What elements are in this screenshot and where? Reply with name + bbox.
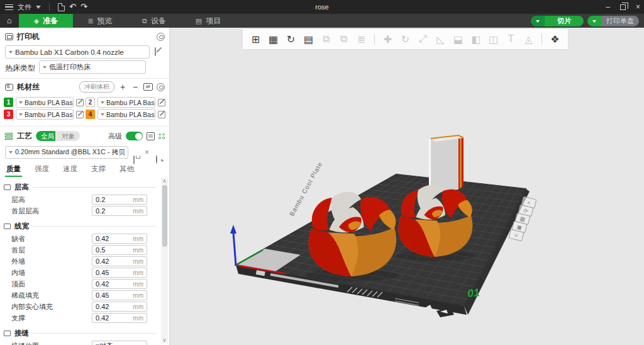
filament-color-swatch[interactable]: 2 [86, 98, 95, 107]
filament-settings-gear-icon[interactable] [157, 83, 165, 91]
home-button[interactable]: ⌂ [0, 14, 19, 28]
add-filament-icon[interactable]: + [118, 82, 127, 91]
param-input[interactable]: 0.2mm [92, 206, 147, 216]
param-group-header: 线宽 [0, 219, 161, 233]
bed-type-label: 热床类型 [5, 63, 35, 74]
filament-edit-icon[interactable] [76, 99, 84, 106]
param-label: 支撑 [11, 314, 25, 323]
printer-name: Bambu Lab X1 Carbon 0.4 nozzle [15, 48, 124, 56]
filament-item-2: 2Bambu PLA Basic [86, 97, 165, 108]
slice-button[interactable]: 切片 [531, 16, 584, 26]
scrollbar-thumb[interactable] [162, 185, 167, 247]
tab-项目[interactable]: ▤项目 [181, 14, 235, 28]
tab-预览[interactable]: ≣预览 [73, 14, 127, 28]
param-unit: mm [133, 247, 143, 254]
process-scope-toggle[interactable]: 全局 对象 [36, 131, 80, 141]
bed-type-select[interactable]: 低温打印热床 [39, 60, 146, 74]
param-list-icon[interactable] [147, 132, 155, 140]
param-label: 顶面 [11, 280, 25, 289]
scroll-up-icon[interactable]: ∧ [161, 178, 168, 184]
print-dropdown-icon[interactable] [587, 16, 601, 26]
param-value: 0.45 [96, 269, 133, 276]
restore-button[interactable] [620, 4, 626, 10]
param-group-icon [4, 223, 11, 229]
param-input[interactable]: 0.5mm [92, 245, 147, 255]
param-label: 层高 [11, 195, 25, 205]
remove-filament-icon[interactable]: − [131, 82, 140, 91]
compare-presets-icon[interactable] [158, 133, 165, 139]
process-tab-其他[interactable]: 其他 [118, 162, 135, 177]
clear-preset-icon[interactable]: × [145, 149, 149, 156]
param-value: 0.42 [96, 280, 133, 288]
param-input[interactable]: 0.42mm [92, 302, 147, 312]
flush-volume-button[interactable]: 冲刷体积 [79, 81, 114, 93]
param-input[interactable]: 0.42mm [92, 234, 147, 244]
printer-edit-icon[interactable] [155, 47, 156, 56]
device-icon: ⧉ [142, 17, 147, 25]
prepare-icon: ◈ [34, 17, 39, 25]
param-group-icon [4, 331, 11, 336]
print-button-label[interactable]: 打印单盘 [601, 16, 639, 26]
scope-object[interactable]: 对象 [55, 131, 80, 141]
param-unit: mm [133, 315, 143, 322]
process-tab-速度[interactable]: 速度 [62, 162, 79, 177]
viewport-3d[interactable]: Bambu Cool Plate 01 ⊞▦↻▤⧉⧉≣✚↻⤢◺⬓◧◫T◬❖ ×⟳… [170, 28, 644, 345]
param-unit: mm [133, 281, 143, 288]
param-group-icon [4, 184, 11, 190]
preset-select[interactable]: 0.20mm Standard @BBL X1C - 拷贝 [5, 146, 128, 159]
tab-设备[interactable]: ⧉设备 [127, 14, 181, 28]
process-tab-强度[interactable]: 强度 [33, 162, 50, 177]
slice-button-label[interactable]: 切片 [545, 16, 584, 26]
process-tab-质量[interactable]: 质量 [5, 162, 22, 177]
param-input[interactable]: 对齐 [92, 341, 147, 345]
minimize-button[interactable]: – [606, 3, 610, 11]
side-panel: 打印机 Bambu Lab X1 Carbon 0.4 nozzle 热床类型 … [0, 28, 170, 345]
scroll-down-icon[interactable]: ∨ [161, 337, 168, 343]
slice-dropdown-icon[interactable] [531, 16, 545, 26]
param-input[interactable]: 0.42mm [92, 279, 147, 289]
color-mapping-icon[interactable]: ❖ [547, 31, 563, 47]
param-row: 顶面0.42mm [0, 278, 161, 290]
param-group-title: 接缝 [14, 329, 29, 338]
param-row: 内部实心填充0.42mm [0, 301, 161, 312]
tab-准备[interactable]: ◈准备 [19, 14, 73, 28]
ams-sync-icon[interactable]: ⇄ [143, 83, 153, 91]
viewport-toolbar: ⊞▦↻▤⧉⧉≣✚↻⤢◺⬓◧◫T◬❖ [243, 29, 568, 49]
auto-orient-icon[interactable]: ↻ [283, 31, 299, 47]
param-row: 外墙0.42mm [0, 256, 161, 267]
param-input[interactable]: 0.2mm [92, 195, 147, 205]
search-preset-icon[interactable] [156, 155, 157, 164]
filament-color-swatch[interactable]: 1 [4, 98, 13, 107]
param-value: 0.42 [96, 235, 133, 242]
filament-edit-icon[interactable] [158, 111, 165, 118]
printer-settings-gear-icon[interactable] [157, 33, 165, 41]
arrange-icon[interactable]: ▤ [301, 31, 316, 47]
filament-select[interactable]: Bambu PLA Basic [97, 109, 155, 120]
scale-icon: ⤢ [415, 31, 431, 47]
filament-color-swatch[interactable]: 4 [86, 110, 95, 119]
param-value: 0.42 [96, 303, 133, 310]
filament-edit-icon[interactable] [158, 99, 165, 106]
param-input[interactable]: 0.45mm [92, 268, 147, 278]
add-plate-icon[interactable]: ▦ [265, 31, 281, 47]
param-label: 内墙 [11, 268, 25, 278]
print-plate-button[interactable]: 打印单盘 [587, 16, 639, 26]
close-button[interactable]: × [636, 3, 640, 11]
add-model-icon[interactable]: ⊞ [248, 31, 264, 47]
prime-tower[interactable] [429, 135, 464, 194]
build-plate-scene[interactable]: Bambu Cool Plate 01 [170, 28, 644, 345]
filament-select[interactable]: Bambu PLA Basic [97, 97, 155, 108]
param-input[interactable]: 0.45mm [92, 290, 147, 300]
process-tab-支撑[interactable]: 支撑 [90, 162, 107, 177]
filament-select[interactable]: Bambu PLA Basic [16, 109, 74, 120]
filament-edit-icon[interactable] [76, 111, 84, 118]
filament-select[interactable]: Bambu PLA Basic [16, 97, 74, 108]
param-group-title: 线宽 [14, 222, 29, 231]
advanced-toggle[interactable] [126, 132, 143, 140]
printer-select[interactable]: Bambu Lab X1 Carbon 0.4 nozzle [5, 45, 150, 59]
param-input[interactable]: 0.42mm [92, 313, 147, 323]
filament-color-swatch[interactable]: 3 [4, 110, 13, 119]
params-scrollbar[interactable]: ∧ ∨ [161, 178, 168, 344]
param-input[interactable]: 0.42mm [92, 256, 147, 266]
filament-item-3: 3Bambu PLA Basic [4, 109, 84, 120]
